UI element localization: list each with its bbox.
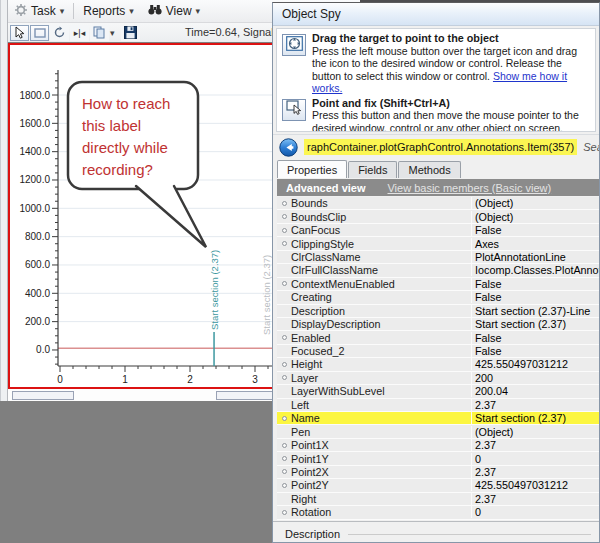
description-label: Description [285,528,340,540]
property-row[interactable]: ClrClassNamePlotAnnotationLine [277,251,599,264]
property-value: 2.37 [471,399,599,411]
drag-target-section: Drag the target to point to the object P… [281,32,590,95]
point-and-fix-button[interactable] [282,99,306,121]
svg-text:1: 1 [122,374,128,385]
svg-text:400.0: 400.0 [25,288,50,299]
menu-view-label: View [166,4,192,18]
tab-fields[interactable]: Fields [348,161,397,178]
property-row[interactable]: LayerWithSubLevel200.04 [277,385,599,398]
property-row[interactable]: Pen(Object) [277,425,599,438]
expand-bullet-icon [277,416,291,421]
property-name: Bounds [291,197,471,209]
refresh-icon[interactable] [50,25,69,41]
menu-reports-label: Reports [83,4,125,18]
annotation-label: Start section (2.37) [209,250,220,330]
spy-tabs: Properties Fields Methods [273,159,599,178]
property-row[interactable]: Point2Y425.550497031212 [277,479,599,492]
target-finder-icon [286,36,303,55]
property-row[interactable]: Focused_2False [277,345,599,358]
property-row[interactable]: NameStart section (2.37) [277,412,599,425]
menu-view[interactable]: View ▾ [141,2,207,20]
tab-properties[interactable]: Properties [277,160,347,178]
property-row[interactable]: ClrFullClassNameIocomp.Classes.PlotAnnot… [277,264,599,277]
property-value: (Object) [471,426,599,438]
property-value: 2.37 [471,439,599,451]
instruction-panel: Drag the target to point to the object P… [276,28,596,132]
property-row[interactable]: Rotation0 [277,506,599,519]
property-row[interactable]: CanFocusFalse [277,224,599,237]
property-name: ClrFullClassName [291,264,471,276]
basic-view-link[interactable]: View basic members (Basic view) [387,182,551,194]
object-spy-window: Object Spy Drag the target to point to t… [272,2,600,543]
object-spy-titlebar[interactable]: Object Spy [273,3,599,26]
object-path-bar: raphContainer.plotGraphControl.Annotatio… [273,134,599,159]
expand-bullet-icon [277,228,291,233]
property-name: Description [291,305,471,317]
property-grid: Bounds(Object)BoundsClip(Object)CanFocus… [277,197,599,520]
callout-text-line: directly while [82,139,168,156]
property-value: False [471,291,599,303]
property-row[interactable]: ContextMenuEnabledFalse [277,278,599,291]
property-row[interactable]: DisplayDescriptionStart section (2.37) [277,318,599,331]
property-name: Creating [291,291,471,303]
property-row[interactable]: Layer200 [277,372,599,385]
search-placeholder[interactable]: Search [583,141,600,153]
select-cursor-button[interactable] [10,25,29,41]
property-name: Rotation [291,506,471,518]
property-name: Focused_2 [291,345,471,357]
property-value: Axes [471,238,599,250]
menu-task[interactable]: Task ▾ [8,2,71,21]
property-value: 0 [471,506,599,518]
callout-text-line: recording? [82,161,153,178]
property-name: LayerWithSubLevel [291,385,471,397]
expand-bullet-icon [277,443,291,448]
property-name: BoundsClip [291,211,471,223]
property-row[interactable]: DescriptionStart section (2.37)-Line [277,305,599,318]
menu-reports[interactable]: Reports ▾ [76,2,141,20]
property-row[interactable]: BoundsClip(Object) [277,210,599,223]
expand-bullet-icon [277,483,291,488]
property-row[interactable]: Point2X2.37 [277,466,599,479]
property-name: Point2Y [291,479,471,491]
property-name: Point1Y [291,453,471,465]
property-name: Point1X [291,439,471,451]
collapse-horizontal-icon[interactable]: ▸|◂ [70,25,89,41]
property-row[interactable]: Point1X2.37 [277,439,599,452]
property-row[interactable]: Height425.550497031212 [277,358,599,371]
property-row[interactable]: EnabledFalse [277,331,599,344]
binoculars-icon [148,4,162,18]
object-path-value[interactable]: raphContainer.plotGraphControl.Annotatio… [304,139,577,155]
property-name: ClippingStyle [291,238,471,250]
property-row[interactable]: CreatingFalse [277,291,599,304]
svg-text:1800.0: 1800.0 [19,90,50,101]
property-value: 2.37 [471,493,599,505]
svg-text:1200.0: 1200.0 [19,174,50,185]
save-button[interactable] [121,25,140,41]
property-row[interactable]: Bounds(Object) [277,197,599,210]
copy-dropdown-icon[interactable]: ▾ [110,28,115,38]
view-mode-bar: Advanced view View basic members (Basic … [277,179,599,196]
expand-bullet-icon [277,362,291,367]
tab-methods[interactable]: Methods [398,161,460,178]
property-row[interactable]: Point1Y0 [277,452,599,465]
svg-text:0.0: 0.0 [36,344,50,355]
svg-text:0: 0 [57,374,63,385]
chevron-down-icon: ▾ [60,6,65,16]
property-value: 200 [471,372,599,384]
property-row[interactable]: ClippingStyleAxes [277,237,599,250]
property-value: 200.04 [471,385,599,397]
property-value: 2.37 [471,466,599,478]
drag-target-button[interactable] [282,34,306,56]
property-value: (Object) [471,211,599,223]
expand-bullet-icon [277,214,291,219]
property-row[interactable]: Left2.37 [277,399,599,412]
back-button[interactable] [279,138,298,157]
property-row[interactable]: Right2.37 [277,493,599,506]
zoom-rect-button[interactable] [30,25,49,41]
copy-icon[interactable] [90,25,109,41]
property-name: Height [291,358,471,370]
property-name: Right [291,493,471,505]
property-value: False [471,332,599,344]
property-value: PlotAnnotationLine [471,251,599,263]
drag-target-title: Drag the target to point to the object [312,32,590,45]
